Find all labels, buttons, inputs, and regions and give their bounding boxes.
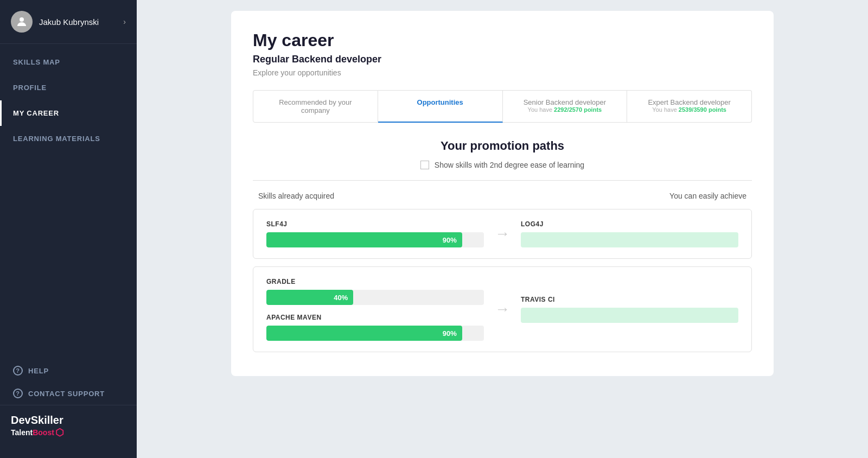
contact-support-button[interactable]: ? CONTACT SUPPORT: [0, 382, 137, 405]
tab-recommended[interactable]: Recommended by yourcompany: [253, 90, 378, 123]
skill-name-slf4j: SLF4J: [266, 220, 484, 228]
progress-bar-log4j: [521, 232, 738, 247]
columns-header: Skills already acquired You can easily a…: [253, 192, 752, 200]
divider: [253, 180, 752, 181]
promotion-title: Your promotion paths: [253, 139, 752, 153]
skill-left-gradle: GRADLE 40% APACHE MAVEN 90%: [266, 278, 484, 341]
col-achieve-label: You can easily achieve: [669, 192, 746, 200]
col-acquired-label: Skills already acquired: [258, 192, 334, 200]
career-card: My career Regular Backend developer Expl…: [231, 11, 774, 376]
sidebar-item-my-career[interactable]: MY CAREER: [0, 100, 137, 126]
page-title: My career: [253, 30, 752, 50]
tab-senior-sub-text: You have: [528, 106, 552, 113]
tab-expert-label: Expert Backend developer: [634, 98, 745, 106]
arrow-icon-slf4j: →: [495, 225, 510, 243]
tab-recommended-label: Recommended by yourcompany: [260, 98, 371, 114]
progress-fill-gradle: 40%: [266, 290, 353, 305]
main-nav: SKILLS MAP PROFILE MY CAREER LEARNING MA…: [0, 44, 137, 359]
skill-right-log4j: LOG4J: [521, 220, 738, 247]
help-label: HELP: [28, 367, 49, 375]
tab-opportunities-label: Opportunities: [385, 98, 496, 106]
contact-support-label: CONTACT SUPPORT: [28, 390, 105, 398]
skill-left-slf4j: SLF4J 90%: [266, 220, 484, 247]
username: Jakub Kubrynski: [39, 17, 123, 27]
career-tabs: Recommended by yourcompany Opportunities…: [253, 90, 752, 123]
skill-card-gradle: GRADLE 40% APACHE MAVEN 90% →: [253, 266, 752, 352]
tab-expert[interactable]: Expert Backend developer You have 2539/3…: [627, 90, 752, 123]
user-arrow-icon: ›: [123, 17, 126, 26]
sidebar: Jakub Kubrynski › SKILLS MAP PROFILE MY …: [0, 0, 137, 458]
brand-name-row1: DevSkiller: [11, 414, 126, 427]
help-button[interactable]: ? HELP: [0, 359, 137, 382]
checkbox-label: Show skills with 2nd degree ease of lear…: [435, 161, 584, 169]
tab-expert-sub: You have 2539/3590 points: [634, 106, 745, 113]
help-icon: ?: [13, 366, 23, 376]
skill-name-apache-maven: APACHE MAVEN: [266, 314, 484, 321]
skill-card-slf4j: SLF4J 90% → LOG4J: [253, 209, 752, 259]
svg-point-0: [20, 17, 24, 22]
brand-logo: DevSkiller Talent Boost ⬡: [0, 405, 137, 447]
tab-senior-sub: You have 2292/2570 points: [509, 106, 621, 113]
skill-name-log4j: LOG4J: [521, 220, 738, 228]
sidebar-item-profile[interactable]: PROFILE: [0, 75, 137, 100]
tab-expert-points: 2539/3590 points: [679, 106, 726, 113]
brand-icon: ⬡: [55, 427, 64, 438]
sidebar-item-learning-materials[interactable]: LEARNING MATERIALS: [0, 126, 137, 151]
tab-expert-sub-text: You have: [652, 106, 676, 113]
progress-fill-slf4j: 90%: [266, 232, 462, 247]
progress-text-slf4j: 90%: [443, 236, 457, 244]
arrow-icon-gradle: →: [495, 301, 510, 318]
skills-2nd-degree-checkbox[interactable]: [420, 161, 429, 169]
sidebar-bottom: ? HELP ? CONTACT SUPPORT DevSkiller Tale…: [0, 359, 137, 458]
checkbox-row: Show skills with 2nd degree ease of lear…: [253, 161, 752, 169]
contact-support-icon: ?: [13, 389, 23, 398]
avatar: [11, 11, 33, 33]
brand-boost: Boost: [33, 428, 54, 437]
progress-bar-gradle: 40%: [266, 290, 484, 305]
tab-opportunities[interactable]: Opportunities: [378, 90, 503, 123]
brand-talent: Talent: [11, 428, 33, 437]
skill-name-gradle: GRADLE: [266, 278, 484, 285]
progress-bar-apache-maven: 90%: [266, 326, 484, 341]
page-subtitle: Regular Backend developer: [253, 54, 752, 65]
tab-senior[interactable]: Senior Backend developer You have 2292/2…: [503, 90, 628, 123]
user-profile-button[interactable]: Jakub Kubrynski ›: [0, 0, 137, 44]
skill-right-travis: TRAVIS CI: [521, 296, 738, 323]
sidebar-item-skills-map[interactable]: SKILLS MAP: [0, 49, 137, 75]
main-content: My career Regular Backend developer Expl…: [137, 0, 868, 458]
page-explore: Explore your opportunities: [253, 68, 752, 77]
progress-fill-apache-maven: 90%: [266, 326, 462, 341]
progress-text-apache-maven: 90%: [443, 329, 457, 338]
skill-name-travis: TRAVIS CI: [521, 296, 738, 303]
tab-senior-points: 2292/2570 points: [554, 106, 602, 113]
progress-text-gradle: 40%: [334, 294, 348, 302]
progress-bar-slf4j: 90%: [266, 232, 484, 247]
progress-bar-travis: [521, 308, 738, 323]
brand-name-row2: Talent Boost ⬡: [11, 427, 126, 438]
tab-senior-label: Senior Backend developer: [509, 98, 621, 106]
